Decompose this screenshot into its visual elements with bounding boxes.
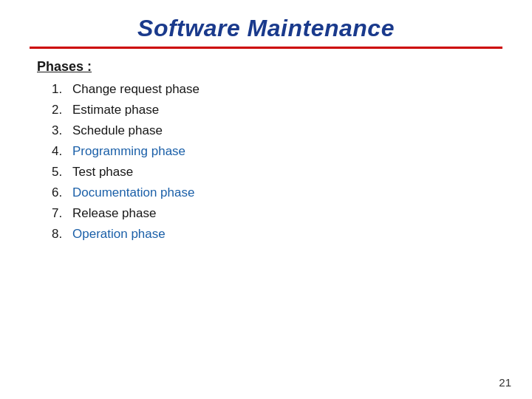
item-text: Documentation phase — [72, 185, 194, 200]
item-text: Estimate phase — [72, 103, 159, 117]
item-number: 2. — [52, 103, 72, 117]
item-text: Programming phase — [72, 144, 185, 159]
list-item: 4.Programming phase — [52, 144, 502, 159]
list-item: 3.Schedule phase — [52, 123, 502, 138]
list-item: 2.Estimate phase — [52, 103, 502, 117]
list-item: 7.Release phase — [52, 206, 502, 221]
list-item: 5.Test phase — [52, 165, 502, 180]
list-item: 8.Operation phase — [52, 227, 502, 242]
item-text: Release phase — [72, 206, 156, 221]
title-area: Software Maintenance — [30, 15, 502, 42]
item-text: Test phase — [72, 165, 133, 180]
phases-list: 1.Change request phase2.Estimate phase3.… — [52, 82, 502, 242]
divider-red — [30, 47, 502, 49]
item-number: 7. — [52, 206, 72, 221]
phases-heading: Phases : — [37, 59, 502, 75]
item-text: Schedule phase — [72, 123, 163, 138]
slide: Software Maintenance Phases : 1.Change r… — [0, 0, 532, 399]
item-number: 5. — [52, 165, 72, 180]
list-item: 1.Change request phase — [52, 82, 502, 97]
item-number: 4. — [52, 144, 72, 159]
item-number: 3. — [52, 123, 72, 138]
item-number: 1. — [52, 82, 72, 97]
item-number: 8. — [52, 227, 72, 242]
list-item: 6.Documentation phase — [52, 185, 502, 200]
slide-title: Software Maintenance — [137, 15, 395, 41]
page-number: 21 — [499, 376, 511, 389]
item-number: 6. — [52, 185, 72, 200]
item-text: Change request phase — [72, 82, 200, 97]
item-text: Operation phase — [72, 227, 166, 242]
